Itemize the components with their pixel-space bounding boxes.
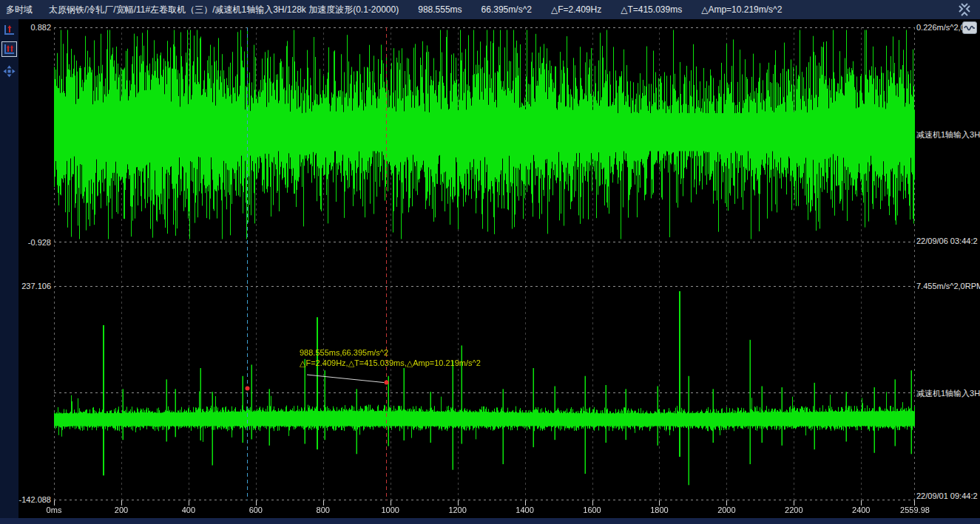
x-tick-label: 0ms xyxy=(47,506,62,514)
x-tick-label: 200 xyxy=(115,506,128,514)
readout-delta-frequency: △F=2.409Hz xyxy=(551,4,601,15)
multi-waveform-icon xyxy=(3,43,16,55)
x-tick-label: 400 xyxy=(182,506,195,514)
vibration-analysis-app: 多时域 太原钢铁/冷轧厂/宽幅/11#左卷取机（三）/减速机1轴输入3H/128… xyxy=(0,0,980,524)
plot2-ymax-label: 237.106 xyxy=(0,282,51,290)
x-tick-label: 1200 xyxy=(448,506,466,514)
x-tick-label: 1600 xyxy=(583,506,601,514)
plot2-rms-rpm-label: 7.455m/s^2,0RPM xyxy=(916,282,980,290)
waveform-type-button[interactable] xyxy=(962,21,977,34)
x-tick-label: 2000 xyxy=(717,506,735,514)
plot2-channel-label: 减速机1轴输入3H xyxy=(916,389,980,398)
x-tick-label: 1800 xyxy=(650,506,668,514)
x-tick-label: 2200 xyxy=(785,506,802,514)
x-tick-label: 800 xyxy=(317,506,330,514)
x-tick-label: 2559.98 xyxy=(900,506,930,514)
sine-wave-icon xyxy=(964,24,976,33)
mode-label[interactable]: 多时域 xyxy=(6,4,33,16)
x-axis: 0ms2004006008001000120014001600180020002… xyxy=(54,506,934,517)
readout-cursor-time: 988.555ms xyxy=(418,4,462,15)
x-tick-label: 1400 xyxy=(516,506,533,514)
collapse-arrows-icon[interactable] xyxy=(958,2,973,17)
plot1-ymax-label: 0.882 xyxy=(0,23,51,32)
readout-delta-amplitude: △Amp=10.219m/s^2 xyxy=(701,4,782,15)
plot1-ymin-label: -0.928 xyxy=(0,238,51,247)
pan-tool[interactable] xyxy=(1,64,17,79)
x-tick-label: 600 xyxy=(249,506,263,514)
cursor-annotation-line2: △F=2.409Hz,△T=415.039ms,△Amp=10.219m/s^2 xyxy=(300,358,481,368)
bottom-bar xyxy=(0,518,980,524)
waveform-canvas[interactable] xyxy=(54,27,915,506)
multi-waveform-tool[interactable] xyxy=(1,41,17,57)
x-tick-label: 1000 xyxy=(381,506,399,514)
x-tick-label: 2400 xyxy=(852,506,870,514)
pan-move-icon xyxy=(3,65,16,78)
signal-path-title: 太原钢铁/冷轧厂/宽幅/11#左卷取机（三）/减速机1轴输入3H/128k 加速… xyxy=(49,4,399,16)
readout-delta-time: △T=415.039ms xyxy=(621,4,682,15)
cursor-annotation-line1: 988.555ms,66.395m/s^2 xyxy=(300,348,388,358)
plot2-timestamp-label: 22/09/01 09:44:2 xyxy=(916,491,980,500)
plot1-timestamp-label: 22/09/06 03:44:2 xyxy=(916,237,980,245)
plot2-ymin-label: -142.088 xyxy=(0,495,51,504)
readout-cursor-amplitude: 66.395m/s^2 xyxy=(481,4,532,15)
toolbar-sidebar xyxy=(0,19,18,518)
plot1-channel-label: 减速机1轴输入3H xyxy=(916,130,980,139)
titlebar: 多时域 太原钢铁/冷轧厂/宽幅/11#左卷取机（三）/减速机1轴输入3H/128… xyxy=(0,0,980,19)
